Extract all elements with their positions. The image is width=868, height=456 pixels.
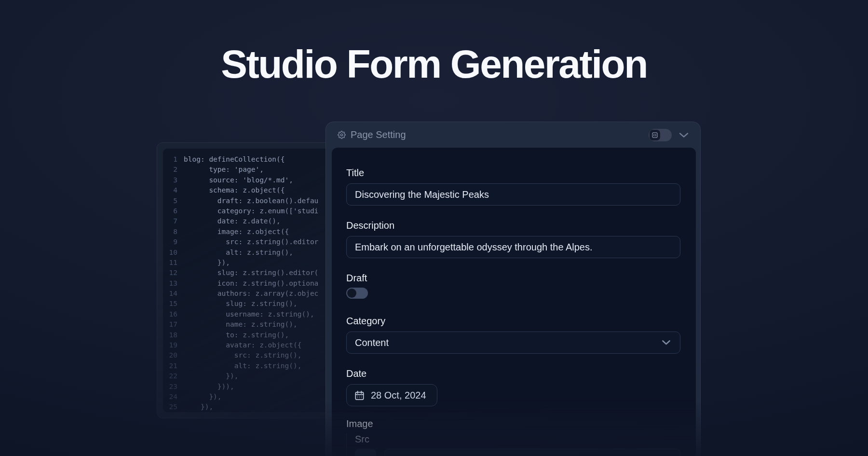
code-text: username: z.string(), — [184, 309, 314, 319]
editor-mode-toggle[interactable] — [649, 129, 672, 141]
line-number: 14 — [167, 289, 177, 299]
description-field-group: Description — [346, 220, 680, 258]
image-src-label: Src — [355, 433, 680, 445]
page-setting-panel: Page Setting — [326, 122, 701, 456]
date-value: 28 Oct, 2024 — [371, 390, 426, 401]
image-subfields: Src — [346, 433, 680, 456]
date-field-group: Date 28 Oct, — [346, 368, 680, 406]
line-number: 23 — [167, 382, 177, 392]
code-text: }), — [184, 371, 239, 381]
page-title: Studio Form Generation — [0, 43, 868, 85]
draft-field-group: Draft — [346, 272, 680, 299]
line-number: 17 — [167, 319, 177, 330]
date-label: Date — [346, 368, 680, 379]
code-text: }), — [184, 392, 222, 402]
code-text: authors: z.array(z.objec — [184, 289, 318, 299]
collapse-chevron-icon[interactable] — [679, 132, 689, 138]
form-header: Page Setting — [326, 122, 700, 148]
title-input[interactable] — [346, 183, 680, 206]
line-number: 8 — [167, 227, 177, 237]
code-text: icon: z.string().optiona — [184, 278, 318, 289]
line-number: 1 — [167, 154, 177, 165]
page: Studio Form Generation 1blog: defineColl… — [0, 0, 868, 456]
description-input[interactable] — [346, 236, 680, 258]
category-field-group: Category Content — [346, 315, 680, 354]
line-number: 12 — [167, 268, 177, 278]
code-text: alt: z.string(), — [184, 248, 293, 258]
code-text: }), — [184, 258, 230, 268]
form-panel-title: Page Setting — [351, 129, 406, 140]
code-text: category: z.enum(['studi — [184, 206, 318, 216]
date-picker-button[interactable]: 28 Oct, 2024 — [346, 384, 437, 406]
calendar-icon — [354, 390, 365, 401]
draft-label: Draft — [346, 272, 680, 284]
draft-toggle[interactable] — [346, 288, 368, 299]
form-body: Title Description Draft Category Content — [332, 148, 696, 456]
line-number: 6 — [167, 206, 177, 216]
code-text: avatar: z.object({ — [184, 340, 301, 350]
line-number: 10 — [167, 248, 177, 258]
title-field-group: Title — [346, 167, 680, 206]
line-number: 11 — [167, 258, 177, 268]
code-text: blog: defineCollection({ — [184, 154, 285, 165]
image-field-group: Image Src — [346, 418, 680, 456]
code-text: source: 'blog/*.md', — [184, 175, 293, 185]
code-text: draft: z.boolean().defau — [184, 196, 318, 206]
code-text: slug: z.string().editor( — [184, 268, 318, 278]
code-text: date: z.date(), — [184, 216, 281, 226]
code-text: image: z.object({ — [184, 227, 289, 237]
category-select[interactable]: Content — [346, 332, 680, 354]
category-label: Category — [346, 315, 680, 327]
image-label: Image — [346, 418, 680, 429]
line-number: 13 — [167, 278, 177, 289]
image-src-row — [355, 449, 680, 456]
code-text: src: z.string().editor — [184, 237, 318, 247]
line-number: 19 — [167, 340, 177, 350]
line-number: 9 — [167, 237, 177, 247]
line-number: 25 — [167, 402, 177, 412]
code-text: to: z.string(), — [184, 330, 289, 340]
image-src-input[interactable] — [384, 449, 680, 456]
line-number: 2 — [167, 165, 177, 175]
code-text: name: z.string(), — [184, 319, 298, 330]
category-value: Content — [355, 337, 389, 348]
code-text: schema: z.object({ — [184, 185, 285, 195]
code-brackets-icon — [650, 130, 660, 140]
code-text: }), — [184, 402, 213, 412]
image-thumbnail[interactable] — [355, 449, 376, 456]
toggle-knob — [347, 289, 356, 298]
code-text: src: z.string(), — [184, 350, 301, 360]
line-number: 18 — [167, 330, 177, 340]
gear-icon — [338, 131, 346, 139]
line-number: 4 — [167, 185, 177, 195]
code-text: })), — [184, 382, 234, 392]
code-text: slug: z.string(), — [184, 299, 298, 309]
line-number: 3 — [167, 175, 177, 185]
line-number: 7 — [167, 216, 177, 226]
header-actions — [649, 129, 689, 141]
line-number: 5 — [167, 196, 177, 206]
chevron-down-icon — [662, 340, 670, 345]
code-text: alt: z.string(), — [184, 361, 301, 371]
title-label: Title — [346, 167, 680, 179]
line-number: 15 — [167, 299, 177, 309]
code-text: type: 'page', — [184, 165, 264, 175]
line-number: 20 — [167, 350, 177, 360]
line-number: 21 — [167, 361, 177, 371]
line-number: 22 — [167, 371, 177, 381]
line-number: 24 — [167, 392, 177, 402]
line-number: 16 — [167, 309, 177, 319]
description-label: Description — [346, 220, 680, 231]
